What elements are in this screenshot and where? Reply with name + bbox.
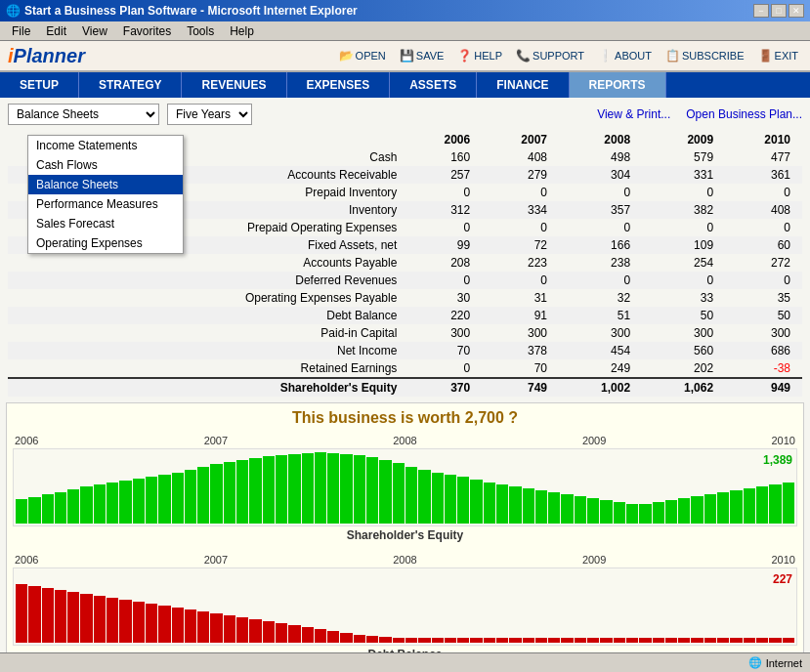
- debt-bar: [119, 600, 131, 643]
- menu-tools[interactable]: Tools: [179, 22, 222, 40]
- report-type-dropdown[interactable]: Income Statements Cash Flows Balance She…: [8, 104, 159, 125]
- menu-bar: File Edit View Favorites Tools Help: [0, 21, 810, 41]
- row-value: 300: [559, 324, 642, 342]
- internet-zone: 🌐 Internet: [748, 656, 802, 669]
- equity-bar: [445, 475, 456, 524]
- tab-revenues[interactable]: REVENUES: [182, 72, 286, 98]
- internet-label: Internet: [766, 657, 802, 669]
- equity-bar: [16, 499, 27, 524]
- window-title: Start a Business Plan Software - Microso…: [24, 4, 358, 18]
- ie-icon: 🌐: [6, 4, 21, 18]
- row-value: 166: [559, 236, 642, 254]
- tab-finance[interactable]: FINANCE: [477, 72, 569, 98]
- row-label: Retained Earnings: [8, 359, 405, 378]
- debt-bar: [626, 638, 638, 643]
- row-value: 279: [482, 166, 559, 184]
- row-value: 220: [405, 307, 482, 324]
- save-button[interactable]: 💾 SAVE: [396, 47, 448, 64]
- open-business-plan-link[interactable]: Open Business Plan...: [686, 107, 802, 121]
- charts-section: This business is worth 2,700 ? 2006 2007…: [6, 402, 804, 652]
- equity-bar: [354, 455, 365, 524]
- view-print-link[interactable]: View & Print...: [597, 107, 670, 121]
- row-value: 0: [405, 184, 482, 201]
- debt-bar: [288, 625, 300, 643]
- nav-tabs: SETUP STRATEGY REVENUES EXPENSES ASSETS …: [0, 72, 810, 98]
- table-row: Debt Balance22091515050: [8, 307, 802, 324]
- debt-bar: [756, 638, 768, 643]
- equity-bar: [484, 483, 495, 524]
- menu-favorites[interactable]: Favorites: [115, 22, 179, 40]
- menu-file[interactable]: File: [4, 22, 38, 40]
- close-button[interactable]: ✕: [789, 4, 804, 18]
- period-dropdown[interactable]: Annual Five Years Monthly: [167, 104, 252, 125]
- dropdown-performance-measures[interactable]: Performance Measures: [28, 194, 183, 214]
- debt-bar: [107, 598, 118, 643]
- dropdown-operating-expenses[interactable]: Operating Expenses: [28, 233, 183, 253]
- debt-chart-years: 2006 2007 2008 2009 2010: [13, 554, 797, 566]
- tab-assets[interactable]: ASSETS: [390, 72, 477, 98]
- equity-bar: [470, 480, 482, 524]
- support-button[interactable]: 📞 SUPPORT: [512, 47, 588, 64]
- equity-bar: [744, 488, 755, 524]
- debt-bar: [691, 638, 703, 643]
- minimize-button[interactable]: −: [753, 4, 769, 18]
- equity-bar: [133, 479, 145, 524]
- debt-bar: [470, 638, 482, 643]
- debt-bar: [146, 604, 157, 643]
- row-value: 0: [405, 219, 482, 236]
- equity-year-2007: 2007: [204, 435, 228, 446]
- tab-setup[interactable]: SETUP: [0, 72, 79, 98]
- debt-bar: [704, 638, 716, 643]
- row-value: 477: [725, 148, 802, 166]
- debt-bar: [717, 638, 729, 643]
- dropdown-menu: Income Statements Cash Flows Balance She…: [27, 135, 184, 254]
- dropdown-cash-flows[interactable]: Cash Flows: [28, 155, 183, 175]
- save-icon: 💾: [400, 49, 414, 63]
- debt-year-2007: 2007: [204, 554, 228, 566]
- equity-chart-label: Shareholder's Equity: [13, 528, 797, 542]
- row-value: 70: [482, 359, 559, 378]
- tab-expenses[interactable]: EXPENSES: [287, 72, 391, 98]
- row-value: 300: [642, 324, 725, 342]
- tab-reports[interactable]: REPORTS: [570, 72, 666, 98]
- exit-label: EXIT: [775, 50, 798, 62]
- row-value: 357: [559, 201, 642, 219]
- dropdown-sales-forecast[interactable]: Sales Forecast: [28, 214, 183, 233]
- row-value: 560: [642, 342, 725, 359]
- equity-year-2010: 2010: [772, 435, 795, 446]
- row-value: 160: [405, 148, 482, 166]
- subscribe-button[interactable]: 📋 SUBSCRIBE: [661, 47, 748, 64]
- equity-bar: [653, 502, 664, 524]
- debt-bar: [158, 606, 170, 643]
- menu-help[interactable]: Help: [222, 22, 262, 40]
- row-value: 32: [559, 289, 642, 307]
- help-button[interactable]: ❓ HELP: [453, 47, 506, 64]
- dropdown-income-statements[interactable]: Income Statements: [28, 136, 183, 155]
- about-button[interactable]: ❕ ABOUT: [594, 47, 656, 64]
- equity-bar: [185, 470, 196, 524]
- col-2009: 2009: [642, 131, 725, 148]
- debt-bar: [600, 638, 612, 643]
- debt-bar: [366, 636, 378, 643]
- table-row: Net Income70378454560686: [8, 342, 802, 359]
- open-button[interactable]: 📂 OPEN: [335, 47, 390, 64]
- subscribe-label: SUBSCRIBE: [682, 50, 745, 62]
- exit-button[interactable]: 🚪 EXIT: [754, 47, 802, 64]
- debt-bar: [496, 638, 508, 643]
- debt-bar: [484, 638, 495, 643]
- window-controls: − □ ✕: [753, 4, 804, 18]
- debt-bar: [575, 638, 586, 643]
- row-label: Accounts Payable: [8, 254, 405, 272]
- maximize-button[interactable]: □: [771, 4, 787, 18]
- dropdown-balance-sheets[interactable]: Balance Sheets: [28, 175, 183, 194]
- debt-bar: [185, 609, 196, 643]
- tab-strategy[interactable]: STRATEGY: [79, 72, 182, 98]
- row-value: 0: [642, 184, 725, 201]
- menu-edit[interactable]: Edit: [38, 22, 74, 40]
- equity-chart-years: 2006 2007 2008 2009 2010: [13, 435, 797, 446]
- row-value: 254: [642, 254, 725, 272]
- debt-bar: [432, 638, 444, 643]
- equity-chart-container: 2006 2007 2008 2009 2010 1,389 Sharehold…: [13, 435, 797, 542]
- menu-view[interactable]: View: [74, 22, 115, 40]
- equity-bar: [639, 504, 651, 524]
